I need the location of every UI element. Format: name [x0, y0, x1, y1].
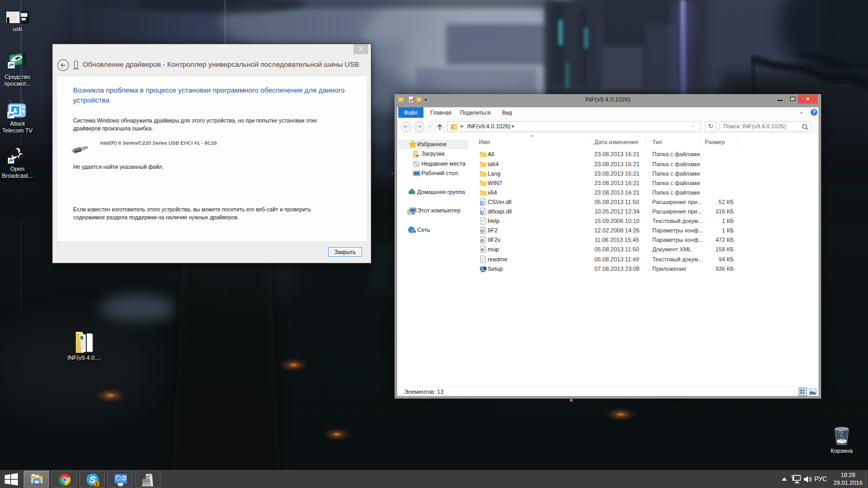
svg-text:2: 2 [95, 481, 98, 486]
